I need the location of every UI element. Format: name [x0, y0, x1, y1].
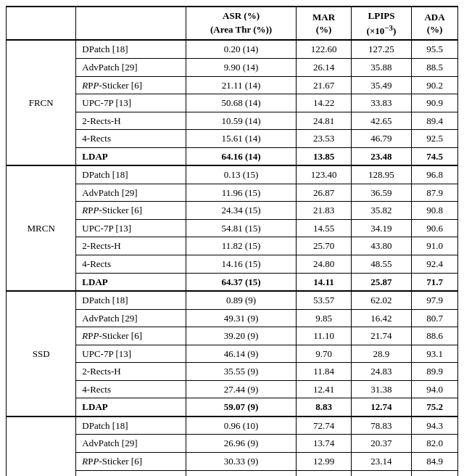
header-lpips-line1: LPIPS [351, 7, 411, 22]
lpips-cell: 21.74 [351, 327, 411, 345]
mar-cell: 11.10 [297, 327, 352, 345]
mar-cell: 14.55 [297, 219, 352, 237]
ada-cell: 75.2 [412, 398, 458, 416]
method-cell: RPP-Sticker [6] [76, 327, 186, 345]
method-cell: AdvPatch [29] [76, 58, 186, 76]
method-cell: 2-Rects-H [76, 237, 186, 255]
ada-cell: 84.9 [412, 453, 458, 471]
lpips-cell: 27.43 [351, 470, 411, 476]
method-cell: DPatch [18] [76, 291, 186, 309]
ada-cell: 92.4 [412, 255, 458, 273]
ada-cell: 82.0 [412, 435, 458, 453]
ada-cell: 93.1 [412, 345, 458, 363]
ada-cell: 90.9 [412, 94, 458, 112]
mar-cell: 12.41 [297, 380, 352, 398]
method-cell: LDAP [76, 398, 186, 416]
mar-cell: 26.87 [297, 184, 352, 202]
asr-cell: 0.20 (14) [186, 40, 296, 58]
mar-cell: 23.53 [297, 130, 352, 148]
method-cell: UPC-7P [13] [76, 94, 186, 112]
header-asr-line2: (Area Thr (%)) [186, 22, 296, 41]
method-cell: 2-Rects-H [76, 363, 186, 381]
asr-cell: 39.20 (9) [186, 327, 296, 345]
method-cell: AdvPatch [29] [76, 309, 186, 327]
lpips-cell: 20.37 [351, 435, 411, 453]
method-cell: AdvPatch [29] [76, 435, 186, 453]
mar-cell: 21.83 [297, 202, 352, 220]
mar-cell: 24.80 [297, 255, 352, 273]
lpips-cell: 23.14 [351, 453, 411, 471]
lpips-cell: 46.79 [351, 130, 411, 148]
lpips-cell: 127.25 [351, 40, 411, 58]
ada-cell: 88.5 [412, 58, 458, 76]
ada-cell: 90.8 [412, 202, 458, 220]
header-lpips-line2: (×10−3) [351, 22, 411, 41]
method-cell: DPatch [18] [76, 165, 186, 184]
lpips-cell: 128.95 [351, 165, 411, 184]
mar-cell: 24.81 [297, 112, 352, 130]
lpips-cell: 12.74 [351, 398, 411, 416]
asr-cell: 54.81 (15) [186, 219, 296, 237]
ada-cell: 89.9 [412, 363, 458, 381]
ada-cell: 71.7 [412, 273, 458, 291]
ada-cell: 92.5 [412, 130, 458, 148]
header-detector [7, 7, 76, 40]
asr-cell: 21.11 (14) [186, 76, 296, 94]
ada-cell: 90.2 [412, 76, 458, 94]
asr-cell: 24.34 (15) [186, 202, 296, 220]
lpips-cell: 36.59 [351, 184, 411, 202]
lpips-cell: 43.80 [351, 237, 411, 255]
lpips-cell: 28.9 [351, 345, 411, 363]
ada-cell: 90.6 [412, 219, 458, 237]
results-table: ASR (%) MAR(%) LPIPS ADA(%) (Area Thr (%… [6, 6, 458, 476]
asr-cell: 59.07 (9) [186, 398, 296, 416]
detector-cell-yolov3: YOLOv3 [7, 416, 76, 476]
lpips-cell: 48.55 [351, 255, 411, 273]
mar-cell: 9.85 [297, 309, 352, 327]
header-mar: MAR(%) [297, 7, 352, 40]
mar-cell: 12.99 [297, 453, 352, 471]
mar-cell: 14.22 [297, 94, 352, 112]
asr-cell: 46.14 (9) [186, 345, 296, 363]
mar-cell: 9.90 [297, 470, 352, 476]
mar-cell: 122.60 [297, 40, 352, 58]
lpips-cell: 23.48 [351, 147, 411, 165]
lpips-cell: 62.02 [351, 291, 411, 309]
mar-cell: 8.83 [297, 398, 352, 416]
asr-cell: 0.96 (10) [186, 416, 296, 435]
ada-cell: 94.3 [412, 416, 458, 435]
ada-cell: 74.5 [412, 147, 458, 165]
asr-cell: 0.13 (15) [186, 165, 296, 184]
method-cell: 4-Rects [76, 380, 186, 398]
method-cell: LDAP [76, 147, 186, 165]
asr-cell: 35.55 (9) [186, 363, 296, 381]
method-cell: RPP-Sticker [6] [76, 453, 186, 471]
asr-cell: 9.90 (14) [186, 58, 296, 76]
mar-cell: 13.85 [297, 147, 352, 165]
method-cell: UPC-7P [13] [76, 470, 186, 476]
method-cell: DPatch [18] [76, 40, 186, 58]
asr-cell: 27.44 (9) [186, 380, 296, 398]
asr-cell: 0.89 (9) [186, 291, 296, 309]
ada-cell: 97.9 [412, 291, 458, 309]
asr-cell: 44.42 (9) [186, 470, 296, 476]
asr-cell: 15.61 (14) [186, 130, 296, 148]
mar-cell: 11.84 [297, 363, 352, 381]
method-cell: 2-Rects-H [76, 112, 186, 130]
detector-cell-ssd: SSD [7, 291, 76, 416]
lpips-cell: 31.38 [351, 380, 411, 398]
header-asr-line1: ASR (%) [186, 7, 296, 22]
lpips-cell: 33.83 [351, 94, 411, 112]
ada-cell: 87.9 [412, 184, 458, 202]
method-cell: RPP-Sticker [6] [76, 76, 186, 94]
asr-cell: 50.68 (14) [186, 94, 296, 112]
asr-cell: 11.96 (15) [186, 184, 296, 202]
header-ada: ADA(%) [412, 7, 458, 40]
mar-cell: 13.74 [297, 435, 352, 453]
mar-cell: 53.57 [297, 291, 352, 309]
header-attack-method [76, 7, 186, 40]
method-cell: 4-Rects [76, 130, 186, 148]
method-cell: AdvPatch [29] [76, 184, 186, 202]
lpips-cell: 35.82 [351, 202, 411, 220]
mar-cell: 72.74 [297, 416, 352, 435]
